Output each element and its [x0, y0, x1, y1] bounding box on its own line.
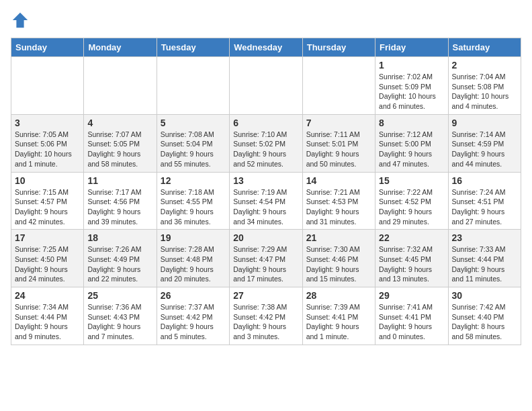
calendar-cell — [84, 57, 157, 115]
day-number: 26 — [161, 290, 226, 301]
day-info: Sunrise: 7:11 AM Sunset: 5:01 PM Dayligh… — [306, 130, 371, 169]
calendar-cell: 28Sunrise: 7:39 AM Sunset: 4:41 PM Dayli… — [302, 287, 375, 345]
day-info: Sunrise: 7:02 AM Sunset: 5:09 PM Dayligh… — [379, 72, 444, 111]
calendar-cell: 12Sunrise: 7:18 AM Sunset: 4:55 PM Dayli… — [157, 172, 229, 230]
day-number: 23 — [452, 232, 517, 243]
day-info: Sunrise: 7:29 AM Sunset: 4:47 PM Dayligh… — [233, 244, 298, 284]
page-header — [11, 11, 521, 30]
calendar-cell: 2Sunrise: 7:04 AM Sunset: 5:08 PM Daylig… — [448, 57, 521, 115]
day-number: 11 — [87, 175, 152, 186]
calendar-cell: 26Sunrise: 7:37 AM Sunset: 4:42 PM Dayli… — [157, 287, 229, 345]
day-number: 30 — [452, 290, 517, 301]
day-info: Sunrise: 7:37 AM Sunset: 4:42 PM Dayligh… — [161, 302, 226, 342]
day-number: 15 — [379, 175, 444, 186]
calendar-cell: 11Sunrise: 7:17 AM Sunset: 4:56 PM Dayli… — [84, 172, 157, 230]
col-header-tuesday: Tuesday — [157, 38, 229, 57]
calendar-week-2: 3Sunrise: 7:05 AM Sunset: 5:06 PM Daylig… — [11, 114, 521, 172]
day-number: 9 — [452, 118, 517, 128]
calendar-cell — [230, 57, 302, 115]
day-number: 12 — [161, 175, 226, 186]
day-number: 17 — [15, 232, 80, 243]
calendar-cell: 27Sunrise: 7:38 AM Sunset: 4:42 PM Dayli… — [230, 287, 302, 345]
day-number: 28 — [306, 290, 371, 301]
day-number: 6 — [233, 118, 298, 128]
day-info: Sunrise: 7:12 AM Sunset: 5:00 PM Dayligh… — [379, 130, 444, 169]
day-info: Sunrise: 7:28 AM Sunset: 4:48 PM Dayligh… — [161, 244, 226, 284]
day-number: 3 — [15, 118, 80, 128]
calendar-cell: 24Sunrise: 7:34 AM Sunset: 4:44 PM Dayli… — [11, 287, 84, 345]
calendar-cell: 9Sunrise: 7:14 AM Sunset: 4:59 PM Daylig… — [448, 114, 521, 172]
col-header-wednesday: Wednesday — [230, 38, 302, 57]
calendar-cell: 14Sunrise: 7:21 AM Sunset: 4:53 PM Dayli… — [302, 172, 375, 230]
day-info: Sunrise: 7:05 AM Sunset: 5:06 PM Dayligh… — [15, 130, 80, 169]
day-number: 29 — [379, 290, 444, 301]
day-number: 22 — [379, 232, 444, 243]
calendar-cell: 4Sunrise: 7:07 AM Sunset: 5:05 PM Daylig… — [84, 114, 157, 172]
day-info: Sunrise: 7:22 AM Sunset: 4:52 PM Dayligh… — [379, 187, 444, 227]
calendar-cell: 22Sunrise: 7:32 AM Sunset: 4:45 PM Dayli… — [375, 230, 448, 287]
day-number: 20 — [233, 232, 298, 243]
day-number: 19 — [161, 232, 226, 243]
day-info: Sunrise: 7:17 AM Sunset: 4:56 PM Dayligh… — [87, 187, 152, 227]
day-number: 14 — [306, 175, 371, 186]
day-number: 8 — [379, 118, 444, 128]
calendar-cell: 21Sunrise: 7:30 AM Sunset: 4:46 PM Dayli… — [302, 230, 375, 287]
day-number: 16 — [452, 175, 517, 186]
col-header-friday: Friday — [375, 38, 448, 57]
calendar-week-1: 1Sunrise: 7:02 AM Sunset: 5:09 PM Daylig… — [11, 57, 521, 115]
day-info: Sunrise: 7:07 AM Sunset: 5:05 PM Dayligh… — [87, 130, 152, 169]
day-info: Sunrise: 7:15 AM Sunset: 4:57 PM Dayligh… — [15, 187, 80, 227]
logo-icon — [11, 11, 30, 30]
day-number: 10 — [15, 175, 80, 186]
calendar-week-4: 17Sunrise: 7:25 AM Sunset: 4:50 PM Dayli… — [11, 230, 521, 287]
calendar-cell: 10Sunrise: 7:15 AM Sunset: 4:57 PM Dayli… — [11, 172, 84, 230]
day-info: Sunrise: 7:38 AM Sunset: 4:42 PM Dayligh… — [233, 302, 298, 342]
day-number: 7 — [306, 118, 371, 128]
day-info: Sunrise: 7:21 AM Sunset: 4:53 PM Dayligh… — [306, 187, 371, 227]
day-info: Sunrise: 7:33 AM Sunset: 4:44 PM Dayligh… — [452, 244, 517, 284]
day-number: 27 — [233, 290, 298, 301]
day-number: 18 — [87, 232, 152, 243]
day-info: Sunrise: 7:39 AM Sunset: 4:41 PM Dayligh… — [306, 302, 371, 342]
calendar-cell: 18Sunrise: 7:26 AM Sunset: 4:49 PM Dayli… — [84, 230, 157, 287]
day-info: Sunrise: 7:34 AM Sunset: 4:44 PM Dayligh… — [15, 302, 80, 342]
calendar-cell: 30Sunrise: 7:42 AM Sunset: 4:40 PM Dayli… — [448, 287, 521, 345]
calendar-cell: 23Sunrise: 7:33 AM Sunset: 4:44 PM Dayli… — [448, 230, 521, 287]
day-info: Sunrise: 7:10 AM Sunset: 5:02 PM Dayligh… — [233, 130, 298, 169]
day-info: Sunrise: 7:41 AM Sunset: 4:41 PM Dayligh… — [379, 302, 444, 342]
day-info: Sunrise: 7:25 AM Sunset: 4:50 PM Dayligh… — [15, 244, 80, 284]
day-info: Sunrise: 7:24 AM Sunset: 4:51 PM Dayligh… — [452, 187, 517, 227]
day-info: Sunrise: 7:32 AM Sunset: 4:45 PM Dayligh… — [379, 244, 444, 284]
calendar-cell: 8Sunrise: 7:12 AM Sunset: 5:00 PM Daylig… — [375, 114, 448, 172]
calendar-cell — [11, 57, 84, 115]
calendar-cell: 17Sunrise: 7:25 AM Sunset: 4:50 PM Dayli… — [11, 230, 84, 287]
calendar-cell — [302, 57, 375, 115]
calendar-cell: 19Sunrise: 7:28 AM Sunset: 4:48 PM Dayli… — [157, 230, 229, 287]
day-number: 5 — [161, 118, 226, 128]
calendar-week-3: 10Sunrise: 7:15 AM Sunset: 4:57 PM Dayli… — [11, 172, 521, 230]
calendar-cell: 29Sunrise: 7:41 AM Sunset: 4:41 PM Dayli… — [375, 287, 448, 345]
calendar-table: SundayMondayTuesdayWednesdayThursdayFrid… — [11, 38, 521, 345]
day-info: Sunrise: 7:19 AM Sunset: 4:54 PM Dayligh… — [233, 187, 298, 227]
day-number: 1 — [379, 60, 444, 71]
col-header-monday: Monday — [84, 38, 157, 57]
day-info: Sunrise: 7:14 AM Sunset: 4:59 PM Dayligh… — [452, 130, 517, 169]
day-info: Sunrise: 7:08 AM Sunset: 5:04 PM Dayligh… — [161, 130, 226, 169]
calendar-cell: 16Sunrise: 7:24 AM Sunset: 4:51 PM Dayli… — [448, 172, 521, 230]
calendar-cell: 15Sunrise: 7:22 AM Sunset: 4:52 PM Dayli… — [375, 172, 448, 230]
calendar-cell: 7Sunrise: 7:11 AM Sunset: 5:01 PM Daylig… — [302, 114, 375, 172]
calendar-cell: 20Sunrise: 7:29 AM Sunset: 4:47 PM Dayli… — [230, 230, 302, 287]
day-info: Sunrise: 7:18 AM Sunset: 4:55 PM Dayligh… — [161, 187, 226, 227]
col-header-sunday: Sunday — [11, 38, 84, 57]
svg-marker-0 — [13, 13, 28, 28]
day-number: 21 — [306, 232, 371, 243]
col-header-thursday: Thursday — [302, 38, 375, 57]
day-info: Sunrise: 7:04 AM Sunset: 5:08 PM Dayligh… — [452, 72, 517, 111]
day-info: Sunrise: 7:36 AM Sunset: 4:43 PM Dayligh… — [87, 302, 152, 342]
day-number: 13 — [233, 175, 298, 186]
calendar-cell: 6Sunrise: 7:10 AM Sunset: 5:02 PM Daylig… — [230, 114, 302, 172]
calendar-cell: 5Sunrise: 7:08 AM Sunset: 5:04 PM Daylig… — [157, 114, 229, 172]
calendar-cell: 1Sunrise: 7:02 AM Sunset: 5:09 PM Daylig… — [375, 57, 448, 115]
col-header-saturday: Saturday — [448, 38, 521, 57]
day-info: Sunrise: 7:42 AM Sunset: 4:40 PM Dayligh… — [452, 302, 517, 342]
